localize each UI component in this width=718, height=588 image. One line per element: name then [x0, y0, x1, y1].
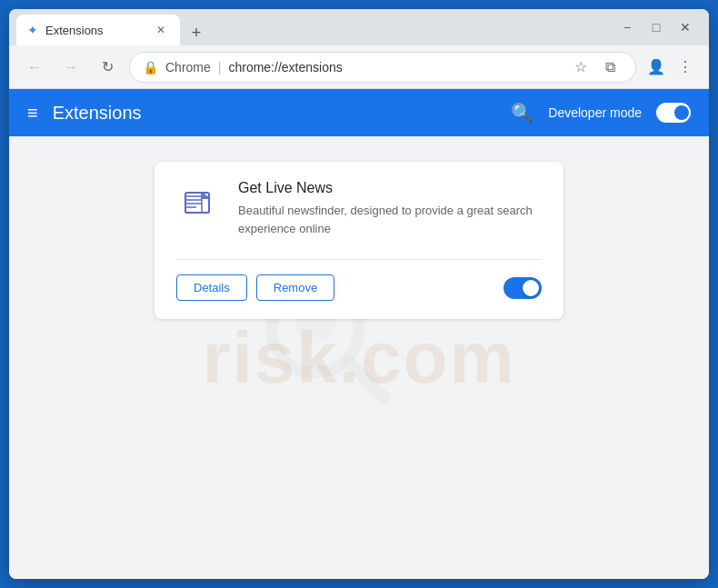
extensions-header: ≡ Extensions 🔍 Developer mode	[9, 89, 709, 136]
address-actions: ☆ ⧉	[568, 55, 623, 80]
watermark-text: risk.com	[202, 316, 515, 400]
search-icon[interactable]: 🔍	[511, 102, 534, 124]
extension-description: Beautiful newsfinder, designed to provid…	[238, 202, 542, 237]
address-bar[interactable]: 🔒 Chrome | chrome://extensions ☆ ⧉	[129, 52, 636, 83]
extensions-page-title: Extensions	[53, 103, 142, 124]
title-bar: ✦ Extensions ✕ + − □ ✕	[9, 9, 709, 45]
tab-extension-icon: ✦	[27, 23, 38, 37]
card-top: Get Live News Beautiful newsfinder, desi…	[176, 180, 542, 237]
developer-mode-toggle[interactable]	[656, 103, 691, 123]
profile-button[interactable]: 👤	[643, 55, 669, 80]
nav-right-buttons: 👤 ⋮	[643, 55, 698, 80]
main-content: risk.com	[9, 136, 709, 579]
close-button[interactable]: ✕	[673, 15, 698, 40]
header-right: 🔍 Developer mode	[511, 102, 691, 124]
bookmark-button[interactable]: ☆	[568, 55, 593, 80]
svg-line-1	[348, 362, 384, 398]
extension-card: Get Live News Beautiful newsfinder, desi…	[155, 162, 563, 319]
back-button[interactable]: ←	[20, 53, 49, 82]
maximize-button[interactable]: □	[643, 15, 669, 40]
browser-window: ✦ Extensions ✕ + − □ ✕ ← → ↻ 🔒 Chrome | …	[9, 9, 709, 579]
menu-button[interactable]: ⋮	[673, 55, 698, 80]
address-separator: |	[218, 60, 222, 75]
address-url: chrome://extensions	[228, 60, 342, 75]
details-button[interactable]: Details	[176, 274, 247, 301]
chrome-label: Chrome	[165, 60, 211, 75]
nav-bar: ← → ↻ 🔒 Chrome | chrome://extensions ☆ ⧉…	[9, 45, 709, 89]
tab-close-button[interactable]: ✕	[153, 22, 169, 38]
extension-info: Get Live News Beautiful newsfinder, desi…	[238, 180, 542, 237]
extension-toggle-knob	[523, 280, 539, 296]
active-tab[interactable]: ✦ Extensions ✕	[16, 15, 180, 45]
tab-title: Extensions	[45, 24, 145, 37]
header-left: ≡ Extensions	[27, 103, 142, 124]
extension-name: Get Live News	[238, 180, 542, 196]
new-tab-button[interactable]: +	[184, 20, 209, 45]
remove-button[interactable]: Remove	[256, 274, 334, 301]
extensions-button[interactable]: ⧉	[597, 55, 623, 80]
minimize-button[interactable]: −	[614, 15, 640, 40]
extension-icon	[176, 180, 220, 224]
tabs-area: ✦ Extensions ✕ +	[9, 9, 614, 45]
forward-button[interactable]: →	[56, 53, 85, 82]
window-controls: − □ ✕	[614, 15, 709, 40]
card-bottom: Details Remove	[176, 274, 542, 301]
hamburger-icon[interactable]: ≡	[27, 103, 38, 124]
svg-rect-4	[185, 196, 202, 213]
card-divider	[176, 259, 542, 260]
toggle-knob	[674, 105, 689, 120]
developer-mode-label: Developer mode	[548, 105, 642, 120]
extension-toggle[interactable]	[504, 277, 542, 299]
security-icon: 🔒	[143, 60, 158, 75]
refresh-button[interactable]: ↻	[93, 53, 122, 82]
